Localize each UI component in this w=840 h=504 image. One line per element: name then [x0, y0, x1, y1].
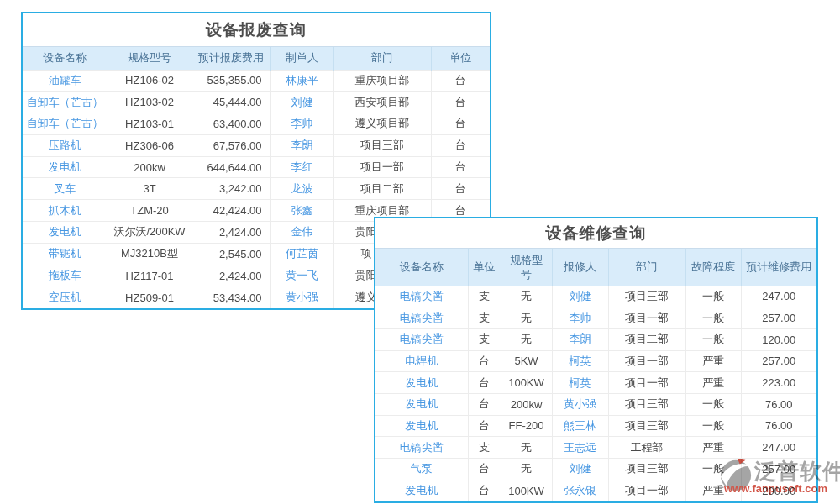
cell: 一般: [685, 459, 741, 480]
column-header: 报修人: [552, 249, 608, 286]
cell: 项目一部: [608, 372, 685, 394]
cell-link[interactable]: 刘健: [552, 459, 608, 480]
cell: 支: [468, 328, 501, 350]
cell: 200kw: [501, 393, 552, 415]
cell: 2,545.00: [192, 243, 270, 265]
cell: 严重: [685, 372, 741, 394]
cell: 一般: [685, 393, 741, 415]
cell-link[interactable]: 熊三林: [552, 415, 608, 437]
cell-link[interactable]: 油罐车: [23, 70, 108, 92]
cell: 重庆项目部: [333, 70, 431, 92]
table-row: 发电机200kw644,644.00李红项目一部台: [23, 156, 490, 178]
cell: 项目二部: [608, 328, 685, 350]
cell-link[interactable]: 李帅: [552, 307, 608, 329]
cell-link[interactable]: 带锯机: [23, 243, 108, 265]
cell-link[interactable]: 电镐尖凿: [375, 328, 468, 350]
cell-link[interactable]: 李朗: [270, 134, 333, 156]
cell: 项目三部: [333, 134, 431, 156]
cell: 项目一部: [608, 480, 685, 501]
cell-link[interactable]: 空压机: [23, 286, 108, 308]
cell-link[interactable]: 张永银: [552, 480, 608, 501]
cell-link[interactable]: 金伟: [270, 222, 333, 244]
table-row: 电镐尖凿支无王志远工程部严重247.00: [375, 437, 816, 459]
column-header: 部门: [608, 249, 685, 286]
cell: FF-200: [501, 415, 552, 437]
cell-link[interactable]: 李红: [270, 156, 333, 178]
cell: 台: [468, 393, 501, 415]
cell-link[interactable]: 电镐尖凿: [375, 286, 468, 307]
cell-link[interactable]: 发电机: [23, 156, 108, 178]
cell-link[interactable]: 发电机: [375, 480, 468, 501]
cell-link[interactable]: 电镐尖凿: [375, 437, 468, 459]
cell: 42,424.00: [192, 200, 270, 222]
table-row: 发电机台100KW柯英项目一部严重223.00: [375, 372, 816, 394]
cell: 200.00: [741, 480, 816, 501]
cell-link[interactable]: 自卸车（芒古）: [23, 113, 108, 135]
cell: 严重: [685, 437, 741, 459]
cell: 项目一部: [608, 350, 685, 372]
cell: 一般: [685, 415, 741, 437]
header-row: 设备名称单位规格型号报修人部门故障程度预计维修费用: [375, 249, 816, 286]
cell: 无: [501, 437, 552, 459]
cell-link[interactable]: 抓木机: [23, 200, 108, 222]
cell: 一般: [685, 328, 741, 350]
cell-link[interactable]: 柯英: [552, 350, 608, 372]
cell: 支: [468, 307, 501, 329]
cell-link[interactable]: 电焊机: [375, 350, 468, 372]
cell-link[interactable]: 黄一飞: [270, 265, 333, 286]
cell: 项目一部: [608, 307, 685, 329]
cell-link[interactable]: 压路机: [23, 134, 108, 156]
cell-link[interactable]: 发电机: [375, 415, 468, 437]
table-row: 压路机HZ306-0667,576.00李朗项目三部台: [23, 134, 490, 156]
cell-link[interactable]: 何芷茵: [270, 243, 333, 265]
cell-link[interactable]: 王志远: [552, 437, 608, 459]
cell: 535,355.00: [192, 70, 270, 92]
cell: 2,424.00: [192, 265, 270, 286]
cell: 台: [431, 134, 490, 156]
cell: 257.00: [741, 350, 816, 372]
cell: 沃尔沃/200KW: [108, 222, 192, 244]
column-header: 规格型号: [108, 47, 192, 70]
cell-link[interactable]: 拖板车: [23, 265, 108, 286]
cell: 一般: [685, 307, 741, 329]
cell: 台: [468, 372, 501, 394]
cell-link[interactable]: 李朗: [552, 328, 608, 350]
cell-link[interactable]: 龙波: [270, 178, 333, 200]
cell-link[interactable]: 刘健: [270, 92, 333, 113]
cell-link[interactable]: 自卸车（芒古）: [23, 92, 108, 113]
cell: 遵义项目部: [333, 113, 431, 135]
cell-link[interactable]: 黄小强: [552, 393, 608, 415]
cell: 台: [431, 156, 490, 178]
cell-link[interactable]: 柯英: [552, 372, 608, 394]
cell: 76.00: [741, 415, 816, 437]
cell: 台: [431, 92, 490, 113]
column-header: 故障程度: [685, 249, 741, 286]
cell: 3,242.00: [192, 178, 270, 200]
cell: 100KW: [501, 372, 552, 394]
cell: HZ117-01: [108, 265, 192, 286]
cell: 严重: [685, 350, 741, 372]
cell-link[interactable]: 电镐尖凿: [375, 307, 468, 329]
cell: HZ306-06: [108, 134, 192, 156]
cell: 支: [468, 286, 501, 307]
cell-link[interactable]: 张鑫: [270, 200, 333, 222]
cell: 无: [501, 459, 552, 480]
cell-link[interactable]: 刘健: [552, 286, 608, 307]
cell-link[interactable]: 黄小强: [270, 286, 333, 308]
cell: 工程部: [608, 437, 685, 459]
cell-link[interactable]: 叉车: [23, 178, 108, 200]
column-header: 部门: [333, 47, 431, 70]
cell-link[interactable]: 林康平: [270, 70, 333, 92]
cell-link[interactable]: 李帅: [270, 113, 333, 135]
cell-link[interactable]: 发电机: [375, 393, 468, 415]
cell-link[interactable]: 发电机: [23, 222, 108, 244]
equipment-repair-query-panel: 设备维修查询 设备名称单位规格型号报修人部门故障程度预计维修费用 电镐尖凿支无刘…: [374, 217, 818, 503]
cell-link[interactable]: 气泵: [375, 459, 468, 480]
header-row: 设备名称规格型号预计报废费用制单人部门单位: [23, 47, 490, 70]
table-row: 自卸车（芒古）HZ103-0163,400.00李帅遵义项目部台: [23, 113, 490, 135]
cell: 台: [431, 70, 490, 92]
cell: 247.00: [741, 437, 816, 459]
cell-link[interactable]: 发电机: [375, 372, 468, 394]
cell: 257.00: [741, 307, 816, 329]
cell: 无: [501, 328, 552, 350]
